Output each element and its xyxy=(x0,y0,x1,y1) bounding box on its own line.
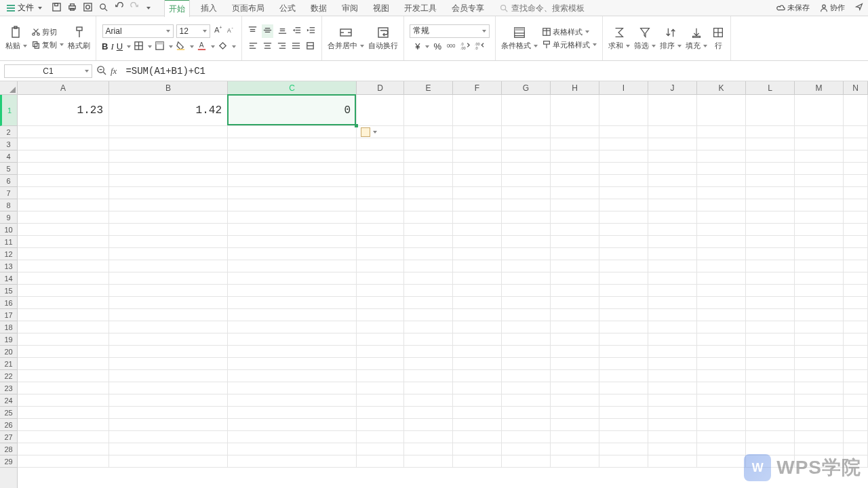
font-color-button[interactable]: A xyxy=(197,41,207,53)
tab-member[interactable]: 会员专享 xyxy=(448,0,488,16)
cell-D4[interactable] xyxy=(357,150,404,163)
cell-G1[interactable] xyxy=(502,95,551,126)
fill-handle[interactable] xyxy=(355,124,358,127)
cell-G25[interactable] xyxy=(502,407,551,419)
comma-icon[interactable]: 000 xyxy=(446,41,456,53)
cell-D1[interactable] xyxy=(357,95,404,126)
cell-B8[interactable] xyxy=(109,199,228,211)
cell-M17[interactable] xyxy=(795,309,844,321)
cell-K2[interactable] xyxy=(697,126,746,138)
cell-G8[interactable] xyxy=(502,199,551,211)
cell-H7[interactable] xyxy=(551,187,599,199)
cell-style-icon[interactable] xyxy=(155,41,165,53)
cell-G28[interactable] xyxy=(502,443,551,455)
cell-M13[interactable] xyxy=(795,260,844,272)
cell-A1[interactable]: 1.23 xyxy=(18,95,109,126)
cell-A22[interactable] xyxy=(18,370,109,382)
font-name-combo[interactable]: Arial xyxy=(102,24,174,38)
cell-H21[interactable] xyxy=(551,358,599,370)
cell-F24[interactable] xyxy=(453,394,502,407)
row-header-5[interactable]: 5 xyxy=(0,163,17,175)
cell-C18[interactable] xyxy=(228,321,357,333)
grid-area[interactable]: 1.231.420 xyxy=(18,95,868,488)
cell-H20[interactable] xyxy=(551,346,599,358)
cell-D28[interactable] xyxy=(357,443,404,455)
cell-A3[interactable] xyxy=(18,138,109,150)
cell-K5[interactable] xyxy=(697,163,746,175)
cell-L7[interactable] xyxy=(746,187,795,199)
tab-data[interactable]: 数据 xyxy=(307,0,331,16)
cell-E29[interactable] xyxy=(404,455,453,468)
file-menu[interactable]: 文件 xyxy=(4,1,45,15)
cell-E11[interactable] xyxy=(404,236,453,248)
cell-J29[interactable] xyxy=(648,455,697,468)
cell-M6[interactable] xyxy=(795,175,844,187)
cell-L2[interactable] xyxy=(746,126,795,138)
cell-H26[interactable] xyxy=(551,419,599,431)
cell-L10[interactable] xyxy=(746,224,795,236)
cell-E19[interactable] xyxy=(404,333,453,346)
cell-A16[interactable] xyxy=(18,297,109,309)
cell-F28[interactable] xyxy=(453,443,502,455)
italic-button[interactable]: I xyxy=(111,41,113,52)
cell-C25[interactable] xyxy=(228,407,357,419)
cell-C13[interactable] xyxy=(228,260,357,272)
cell-J3[interactable] xyxy=(648,138,697,150)
cell-K22[interactable] xyxy=(697,370,746,382)
row-header-26[interactable]: 26 xyxy=(0,419,17,431)
cell-N18[interactable] xyxy=(844,321,868,333)
cell-G10[interactable] xyxy=(502,224,551,236)
cell-N26[interactable] xyxy=(844,419,868,431)
col-header-A[interactable]: A xyxy=(18,81,109,94)
cell-D8[interactable] xyxy=(357,199,404,211)
cell-L14[interactable] xyxy=(746,272,795,285)
cell-M12[interactable] xyxy=(795,248,844,260)
unsaved-status[interactable]: 未保存 xyxy=(776,3,810,13)
cell-D15[interactable] xyxy=(357,285,404,297)
cell-I3[interactable] xyxy=(599,138,648,150)
cell-E2[interactable] xyxy=(404,126,453,138)
cell-L26[interactable] xyxy=(746,419,795,431)
cell-A17[interactable] xyxy=(18,309,109,321)
cell-E17[interactable] xyxy=(404,309,453,321)
cell-J2[interactable] xyxy=(648,126,697,138)
cell-F18[interactable] xyxy=(453,321,502,333)
cell-F3[interactable] xyxy=(453,138,502,150)
cell-D18[interactable] xyxy=(357,321,404,333)
cell-L19[interactable] xyxy=(746,333,795,346)
cell-L20[interactable] xyxy=(746,346,795,358)
cell-N3[interactable] xyxy=(844,138,868,150)
cell-L1[interactable] xyxy=(746,95,795,126)
cell-H6[interactable] xyxy=(551,175,599,187)
cell-L3[interactable] xyxy=(746,138,795,150)
cell-M15[interactable] xyxy=(795,285,844,297)
cell-J21[interactable] xyxy=(648,358,697,370)
cell-I11[interactable] xyxy=(599,236,648,248)
cell-C27[interactable] xyxy=(228,431,357,443)
cell-N16[interactable] xyxy=(844,297,868,309)
fill-button[interactable]: 填充 xyxy=(686,26,707,51)
cell-N4[interactable] xyxy=(844,150,868,163)
col-header-I[interactable]: I xyxy=(599,81,648,94)
cell-D17[interactable] xyxy=(357,309,404,321)
cell-J22[interactable] xyxy=(648,370,697,382)
align-middle-icon[interactable] xyxy=(262,24,273,38)
cell-D21[interactable] xyxy=(357,358,404,370)
cell-K29[interactable] xyxy=(697,455,746,468)
cell-A24[interactable] xyxy=(18,394,109,407)
cell-N12[interactable] xyxy=(844,248,868,260)
cell-I6[interactable] xyxy=(599,175,648,187)
cell-I2[interactable] xyxy=(599,126,648,138)
cell-E20[interactable] xyxy=(404,346,453,358)
cell-F7[interactable] xyxy=(453,187,502,199)
cell-K24[interactable] xyxy=(697,394,746,407)
cell-G27[interactable] xyxy=(502,431,551,443)
cell-J6[interactable] xyxy=(648,175,697,187)
cell-F17[interactable] xyxy=(453,309,502,321)
cell-D7[interactable] xyxy=(357,187,404,199)
cell-B4[interactable] xyxy=(109,150,228,163)
cell-B18[interactable] xyxy=(109,321,228,333)
tab-review[interactable]: 审阅 xyxy=(338,0,362,16)
col-header-G[interactable]: G xyxy=(502,81,551,94)
cell-D3[interactable] xyxy=(357,138,404,150)
